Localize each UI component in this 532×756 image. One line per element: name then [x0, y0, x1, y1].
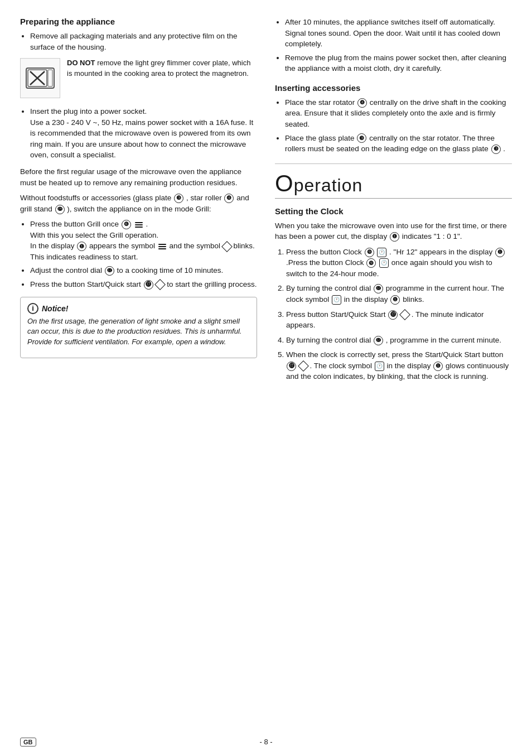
grill-bars-icon	[135, 222, 143, 228]
display-icon-1: ❶	[77, 242, 86, 251]
diamond-icon-2	[154, 280, 166, 291]
glass-plate-icon-2: ❸	[357, 133, 366, 143]
inserting-section: Inserting accessories Place the star rot…	[275, 83, 512, 155]
notice-box: i Notice! On the first usage, the genera…	[20, 297, 257, 359]
setting-clock-intro: When you take the microwave oven into us…	[275, 220, 512, 242]
page-number: - 8 -	[259, 738, 272, 746]
clock-btn-icon-2: ❾	[366, 258, 376, 268]
display-icon-4: ❶	[433, 362, 443, 371]
after-bullets-section: After 10 minutes, the appliance switches…	[275, 17, 512, 74]
do-not-box: DO NOT remove the light grey flimmer cov…	[20, 58, 257, 98]
preparing-title: Preparing the appliance	[20, 17, 257, 26]
do-not-strong: DO NOT	[67, 59, 95, 67]
notice-text: On the first usage, the generation of li…	[27, 316, 250, 348]
inserting-list: Place the star rotator ❹ centrally on th…	[285, 97, 512, 155]
star-roller-icon-1: ❹	[224, 194, 234, 203]
microwave-cross-icon	[23, 61, 57, 95]
clock-btn-icon-1: ❾	[365, 248, 374, 257]
after-list: After 10 minutes, the appliance switches…	[285, 17, 512, 74]
clock-symbol-1: 🕐	[377, 248, 386, 257]
preparing-list-2: Insert the plug into a power socket. Use…	[30, 106, 257, 161]
left-column: Preparing the appliance Remove all packa…	[20, 17, 257, 391]
clock-symbol-4: 🕐	[375, 362, 384, 371]
inserting-bullet-1: Place the star rotator ❹ centrally on th…	[285, 97, 512, 130]
clock-step-5: When the clock is correctly set, press t…	[286, 349, 512, 382]
start-icon-2: ⓱	[388, 310, 398, 320]
start-icon-3: ⓱	[287, 362, 296, 371]
glass-plate-icon-3: ❸	[491, 145, 501, 154]
diamond-icon-4	[298, 360, 309, 372]
dial-icon-2: ⓱	[374, 284, 383, 293]
without-text: Without foodstuffs or accessories (glass…	[20, 192, 257, 214]
display-icon-intro: ❶	[390, 232, 399, 242]
dial-icon-1: ⓱	[105, 266, 114, 276]
display-icon-2: ❶	[495, 248, 505, 257]
inserting-bullet-2: Place the glass plate ❸ centrally on the…	[285, 133, 512, 155]
inserting-title: Inserting accessories	[275, 83, 512, 93]
clock-symbol-3: 🕐	[332, 295, 341, 305]
clock-step-1: Press the button Clock ❾ 🕐 . "Hr 12" app…	[286, 247, 512, 280]
diamond-icon-1	[221, 241, 233, 252]
grill-step-1: Press the button Grill once ❻ . With thi…	[30, 219, 257, 262]
start-icon-1: ⓱	[144, 280, 153, 290]
diamond-icon-3	[399, 309, 410, 320]
notice-icon: i	[27, 303, 38, 314]
preparing-bullet-1: Remove all packaging materials and any p…	[30, 31, 257, 52]
do-not-image	[20, 58, 60, 98]
dial-icon-3: ⓱	[374, 336, 383, 345]
clock-step-2: By turning the control dial ⓱ programme …	[286, 283, 512, 305]
display-icon-3: ❶	[390, 295, 400, 305]
section-divider	[275, 163, 512, 164]
clock-step-4: By turning the control dial ⓱ , programm…	[286, 335, 512, 346]
preparing-section: Preparing the appliance Remove all packa…	[20, 17, 257, 358]
page-footer: GB - 8 -	[20, 738, 512, 746]
after-bullet-1: After 10 minutes, the appliance switches…	[285, 17, 512, 50]
notice-title: i Notice!	[27, 303, 250, 314]
gb-badge: GB	[20, 738, 36, 747]
grill-button-icon: ❻	[122, 220, 131, 229]
do-not-text: DO NOT remove the light grey flimmer cov…	[67, 58, 257, 79]
after-bullet-2: Remove the plug from the mains power soc…	[285, 52, 512, 74]
svg-rect-2	[48, 70, 52, 86]
preparing-bullet-2: Insert the plug into a power socket. Use…	[30, 106, 257, 161]
grill-step-3: Press the button Start/Quick start ⓱ to …	[30, 279, 257, 290]
clock-step-3: Press button Start/Quick Start ⓱ . The m…	[286, 309, 512, 331]
grill-stand-icon-1: ⓯	[55, 205, 65, 214]
setting-clock-title: Setting the Clock	[275, 206, 512, 216]
star-rotator-icon: ❹	[357, 98, 367, 108]
svg-rect-0	[26, 68, 54, 88]
operation-section: Operation Setting the Clock When you tak…	[275, 172, 512, 382]
clock-steps-list: Press the button Clock ❾ 🕐 . "Hr 12" app…	[286, 247, 512, 382]
operation-title: Operation	[275, 172, 512, 199]
grill-steps-list: Press the button Grill once ❻ . With thi…	[30, 219, 257, 290]
right-column: After 10 minutes, the appliance switches…	[275, 17, 512, 391]
grill-bars-icon-2	[158, 244, 166, 249]
glass-plate-icon-1: ❸	[174, 194, 183, 203]
before-text: Before the first regular usage of the mi…	[20, 166, 257, 188]
clock-symbol-2: 🕐	[379, 258, 389, 268]
grill-step-2: Adjust the control dial ⓱ to a cooking t…	[30, 265, 257, 276]
preparing-list: Remove all packaging materials and any p…	[30, 31, 257, 52]
